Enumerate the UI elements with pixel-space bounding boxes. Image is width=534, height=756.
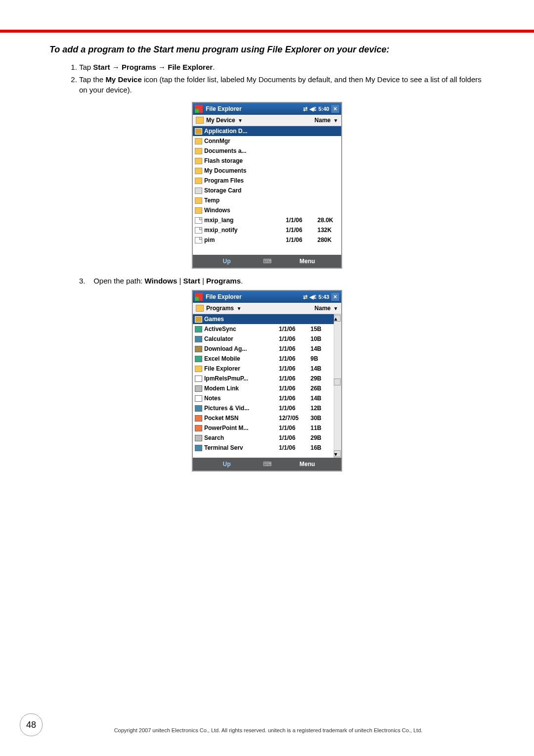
list-item[interactable]: Storage Card — [193, 186, 341, 195]
list-item[interactable]: Notes1/1/0614B — [193, 393, 341, 403]
app5-icon — [195, 376, 202, 382]
screenshot-2: File Explorer ⇄ ◀€ 5:43 × Programs ▼ Nam… — [192, 290, 342, 472]
list-item[interactable]: ConnMgr — [193, 136, 341, 146]
scroll-down-button[interactable]: ▾ — [334, 450, 341, 457]
file-list[interactable]: Application D...ConnMgrDocuments a...Fla… — [193, 126, 341, 255]
list-item[interactable]: mxip_notify1/1/06132K — [193, 225, 341, 235]
list-item[interactable]: mxip_lang1/1/0628.0K — [193, 215, 341, 225]
bottom-bar: Up ⌨ Menu — [193, 458, 341, 471]
app6-icon — [195, 385, 202, 392]
item-name: Application D... — [204, 128, 286, 135]
item-name: Flash storage — [204, 157, 286, 164]
list-item[interactable]: pim1/1/06280K — [193, 235, 341, 245]
list-item[interactable]: Flash storage — [193, 156, 341, 166]
item-size: 14B — [311, 395, 332, 402]
item-size: 10B — [311, 335, 332, 342]
list-item[interactable]: Temp — [193, 195, 341, 205]
list-item[interactable]: ActiveSync1/1/0615B — [193, 324, 341, 334]
list-item[interactable]: Modem Link1/1/0626B — [193, 383, 341, 393]
system-tray: ⇄ ◀€ 5:40 — [303, 106, 329, 112]
item-size: 12B — [311, 405, 332, 412]
list-item[interactable]: Pocket MSN12/7/0530B — [193, 413, 341, 423]
item-date: 1/1/06 — [279, 345, 311, 352]
up-button[interactable]: Up — [193, 258, 261, 265]
list-item[interactable]: Documents a... — [193, 146, 341, 156]
list-item[interactable]: Program Files — [193, 176, 341, 186]
item-date: 1/1/06 — [279, 335, 311, 342]
list-item[interactable]: Excel Mobile1/1/069B — [193, 354, 341, 364]
item-size: 29B — [311, 375, 332, 382]
item-size: 29B — [311, 434, 332, 441]
list-item[interactable]: Terminal Serv1/1/0616B — [193, 443, 341, 453]
item-date: 1/1/06 — [279, 326, 311, 332]
item-date: 1/1/06 — [279, 425, 311, 431]
close-icon[interactable]: × — [331, 105, 339, 113]
start-flag-icon[interactable] — [195, 105, 203, 113]
app3-icon — [195, 346, 202, 352]
item-name: Games — [204, 316, 279, 323]
item-date: 1/1/06 — [286, 217, 317, 224]
item-date: 1/1/06 — [279, 444, 311, 451]
app-icon — [195, 356, 202, 362]
folder-icon — [195, 366, 202, 372]
list-item[interactable]: Pictures & Vid...1/1/0612B — [193, 403, 341, 413]
item-name: Pocket MSN — [204, 415, 279, 422]
list-item[interactable]: Download Ag...1/1/0614B — [193, 344, 341, 354]
list-item[interactable]: Application D... — [193, 126, 341, 136]
location-bar[interactable]: My Device ▼ Name ▼ — [193, 115, 341, 126]
app-icon — [195, 326, 202, 332]
scroll-up-button[interactable]: ▴ — [334, 315, 341, 322]
item-name: ActiveSync — [204, 326, 279, 332]
list-item[interactable]: IpmRelsPmuP...1/1/0629B — [193, 374, 341, 383]
item-name: Documents a... — [204, 147, 286, 154]
item-name: My Documents — [204, 167, 286, 174]
app2-icon — [195, 405, 202, 412]
item-size: 26B — [311, 385, 332, 392]
item-size: 28.0K — [317, 217, 339, 224]
signal-icon: ⇄ — [303, 106, 308, 112]
app-title: File Explorer — [206, 105, 303, 112]
system-tray: ⇄ ◀€ 5:43 — [303, 294, 329, 300]
item-name: Search — [204, 434, 279, 441]
list-item[interactable]: PowerPoint M...1/1/0611B — [193, 423, 341, 433]
app5-icon — [195, 395, 202, 402]
item-date: 1/1/06 — [286, 236, 317, 243]
keyboard-icon[interactable]: ⌨ — [261, 258, 273, 265]
item-name: mxip_notify — [204, 227, 286, 234]
menu-button[interactable]: Menu — [273, 258, 341, 265]
item-date: 1/1/06 — [279, 395, 311, 402]
app2-icon — [195, 336, 202, 342]
title-bar: File Explorer ⇄ ◀€ 5:40 × — [193, 103, 341, 115]
start-flag-icon[interactable] — [195, 293, 203, 301]
list-item[interactable]: Windows — [193, 205, 341, 215]
list-item[interactable]: My Documents — [193, 166, 341, 176]
list-item[interactable]: Calculator1/1/0610B — [193, 334, 341, 344]
folder-icon — [195, 168, 202, 174]
title-bar: File Explorer ⇄ ◀€ 5:43 × — [193, 291, 341, 303]
location-bar[interactable]: Programs ▼ Name ▼ — [193, 303, 341, 314]
close-icon[interactable]: × — [331, 293, 339, 301]
item-date: 1/1/06 — [279, 365, 311, 372]
item-name: IpmRelsPmuP... — [204, 375, 279, 382]
bottom-bar: Up ⌨ Menu — [193, 255, 341, 268]
app-title: File Explorer — [206, 293, 303, 300]
list-item[interactable]: Search1/1/0629B — [193, 433, 341, 443]
folder-icon — [195, 158, 202, 164]
item-name: Temp — [204, 197, 286, 204]
app2-icon — [195, 445, 202, 451]
steps-list: Tap Start → Programs → File Explorer.Tap… — [49, 62, 485, 95]
item-name: ConnMgr — [204, 138, 286, 144]
item-date: 1/1/06 — [279, 434, 311, 441]
up-button[interactable]: Up — [193, 461, 261, 468]
item-date: 1/1/06 — [279, 405, 311, 412]
step-3: 3. Open the path: Windows | Start | Prog… — [49, 277, 485, 285]
item-name: PowerPoint M... — [204, 425, 279, 431]
keyboard-icon[interactable]: ⌨ — [261, 461, 273, 468]
footer-copyright: Copyright 2007 unitech Electronics Co., … — [52, 727, 485, 733]
file-list[interactable]: ▴ ▾ GamesActiveSync1/1/0615BCalculator1/… — [193, 314, 341, 458]
scroll-thumb[interactable] — [334, 378, 341, 385]
menu-button[interactable]: Menu — [273, 461, 341, 468]
list-item[interactable]: File Explorer1/1/0614B — [193, 364, 341, 374]
list-item[interactable]: Games — [193, 314, 341, 324]
folder-icon — [195, 148, 202, 154]
